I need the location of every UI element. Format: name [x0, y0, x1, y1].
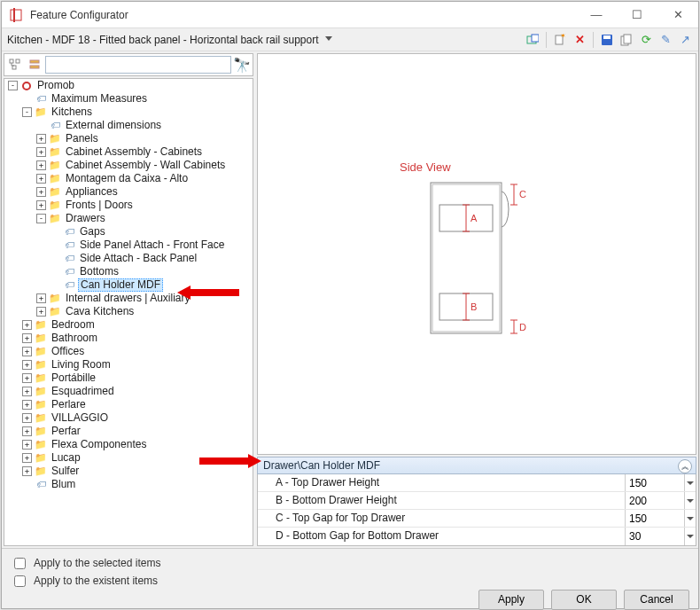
properties-header-label: Drawer\Can Holder MDF — [263, 459, 380, 472]
checkbox-input[interactable] — [14, 558, 26, 569]
expand-toggle[interactable]: + — [22, 400, 32, 410]
expand-toggle[interactable]: + — [36, 160, 46, 170]
collapse-toggle[interactable]: - — [22, 107, 32, 117]
apply-button[interactable]: Apply — [478, 590, 544, 610]
tree-item-perfar[interactable]: Perfar — [50, 425, 82, 438]
tree-item-cabinet-assembly-wall[interactable]: Cabinet Assembly - Wall Cabinets — [64, 159, 227, 172]
new-icon[interactable]: ✶ — [552, 32, 568, 48]
expand-toggle[interactable]: + — [36, 307, 46, 317]
expand-toggle[interactable]: + — [22, 320, 32, 330]
expand-toggle[interactable]: + — [22, 440, 32, 450]
folder-icon — [35, 319, 47, 332]
expand-toggle[interactable]: + — [36, 174, 46, 184]
tree-item-fronts[interactable]: Fronts | Doors — [64, 199, 135, 212]
tree-item-side-attach-back[interactable]: Side Attach - Back Panel — [78, 252, 198, 265]
cancel-button[interactable]: Cancel — [624, 590, 689, 610]
expand-toggle[interactable]: + — [22, 373, 32, 383]
tree-item-gaps[interactable]: Gaps — [78, 225, 107, 239]
dropdown-icon[interactable] — [684, 474, 696, 491]
property-value-input[interactable] — [626, 510, 684, 527]
ok-button[interactable]: OK — [551, 590, 617, 610]
tree-item-bathroom[interactable]: Bathroom — [50, 332, 99, 345]
tree-item-external-dimensions[interactable]: External dimensions — [64, 119, 163, 132]
property-label: B - Bottom Drawer Height — [258, 492, 625, 509]
side-view-label: Side View — [400, 160, 451, 174]
svg-rect-3 — [532, 35, 539, 42]
tree[interactable]: -Promob Maximum Measures -Kitchens Exter… — [4, 79, 253, 491]
tree-item-max-measures[interactable]: Maximum Measures — [50, 92, 149, 106]
dropdown-icon[interactable] — [684, 492, 696, 509]
property-label: C - Top Gap for Top Drawer — [258, 510, 625, 527]
tree-root[interactable]: Promob — [35, 79, 76, 92]
dropdown-icon[interactable] — [684, 510, 696, 527]
collapse-toggle[interactable]: - — [8, 81, 18, 90]
maximize-button[interactable]: ☐ — [617, 2, 657, 28]
tree-item-montagem[interactable]: Montagem da Caixa - Alto — [64, 172, 190, 185]
delete-icon[interactable]: ✕ — [572, 32, 587, 48]
collapse-chevron-icon[interactable]: ︽ — [678, 459, 692, 473]
preview-pane: Side View A B C — [257, 53, 696, 455]
properties-table: A - Top Drawer Height B - Bottom Drawer … — [257, 474, 696, 546]
apply-selected-checkbox[interactable]: Apply to the selected items — [11, 554, 689, 572]
tree-item-cabinet-assembly[interactable]: Cabinet Assembly - Cabinets — [64, 145, 204, 159]
property-value-input[interactable] — [626, 474, 684, 491]
tree-item-villaggio[interactable]: VILLAGGIO — [50, 411, 110, 425]
search-input[interactable] — [45, 56, 231, 74]
tree-item-bedroom[interactable]: Bedroom — [50, 318, 97, 332]
save-icon[interactable] — [599, 32, 615, 48]
expand-toggle[interactable]: + — [36, 187, 46, 197]
expand-toggle[interactable]: + — [36, 134, 46, 144]
expand-toggle[interactable]: + — [22, 347, 32, 356]
tree-item-living-room[interactable]: Living Room — [50, 358, 113, 371]
expand-toggle[interactable]: + — [22, 387, 32, 396]
breadcrumb[interactable]: Kitchen - MDF 18 - Fitted back panel - H… — [7, 34, 318, 46]
link-icon[interactable]: ↗ — [677, 32, 693, 48]
copy-icon[interactable] — [618, 32, 634, 48]
wand-icon[interactable]: ✎ — [657, 32, 673, 48]
tree-filter-icon[interactable] — [26, 56, 43, 74]
tree-hierarchy-icon[interactable] — [6, 56, 24, 74]
properties-header[interactable]: Drawer\Can Holder MDF ︽ — [257, 457, 696, 474]
dropdown-icon[interactable] — [684, 528, 696, 545]
expand-toggle[interactable]: + — [22, 333, 32, 343]
close-button[interactable]: ✕ — [657, 2, 698, 28]
tree-item-offices[interactable]: Offices — [50, 345, 86, 358]
tree-item-cava[interactable]: Cava Kitchens — [64, 305, 136, 318]
tree-item-bottoms[interactable]: Bottoms — [78, 265, 121, 278]
side-view-drawing: A B C D — [422, 178, 537, 347]
property-value-input[interactable] — [626, 528, 684, 545]
apply-existent-checkbox[interactable]: Apply to the existent items — [11, 572, 689, 590]
expand-toggle[interactable]: + — [36, 293, 46, 303]
binoculars-icon[interactable]: 🔭 — [233, 56, 251, 74]
expand-toggle[interactable]: + — [22, 453, 32, 463]
tree-item-panels[interactable]: Panels — [64, 132, 100, 145]
refresh-icon[interactable]: ⟳ — [638, 32, 654, 48]
tree-item-blum[interactable]: Blum — [50, 478, 77, 491]
tree-item-side-panel-attach[interactable]: Side Panel Attach - Front Face — [78, 239, 226, 252]
tree-item-kitchens[interactable]: Kitchens — [50, 106, 94, 119]
expand-toggle[interactable]: + — [22, 426, 32, 436]
tree-item-flexa[interactable]: Flexa Componentes — [50, 438, 148, 451]
property-row: B - Bottom Drawer Height — [258, 492, 696, 510]
checkbox-input[interactable] — [14, 575, 26, 587]
tree-item-portabille[interactable]: Portábille — [50, 371, 97, 385]
tree-item-drawers[interactable]: Drawers — [64, 212, 107, 225]
tree-item-sulfer[interactable]: Sulfer — [50, 465, 81, 478]
minimize-button[interactable]: ― — [576, 2, 617, 28]
breadcrumb-dropdown-icon[interactable] — [325, 36, 332, 43]
properties-icon[interactable] — [525, 32, 541, 48]
expand-toggle[interactable]: + — [36, 200, 46, 210]
tree-item-internal-drawers[interactable]: Internal drawers | Auxiliary — [64, 292, 192, 305]
property-row: D - Bottom Gap for Bottom Drawer — [258, 528, 696, 545]
tree-item-can-holder[interactable]: Can Holder MDF — [78, 278, 163, 292]
expand-toggle[interactable]: + — [22, 413, 32, 423]
collapse-toggle[interactable]: - — [36, 214, 46, 223]
tree-item-lucap[interactable]: Lucap — [50, 451, 82, 465]
property-value-input[interactable] — [626, 492, 684, 509]
expand-toggle[interactable]: + — [22, 466, 32, 476]
expand-toggle[interactable]: + — [36, 147, 46, 157]
tree-item-appliances[interactable]: Appliances — [64, 185, 120, 199]
expand-toggle[interactable]: + — [22, 360, 32, 370]
tree-item-esquadrimed[interactable]: Esquadrimed — [50, 385, 116, 398]
tree-item-perlare[interactable]: Perlare — [50, 398, 88, 411]
